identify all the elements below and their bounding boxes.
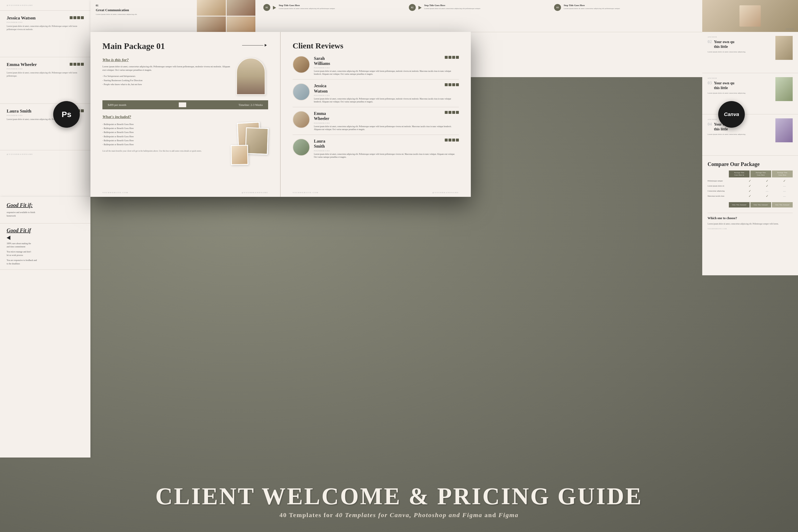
book-left-footer-right: @YOURBRANDNAME xyxy=(242,191,268,194)
review-role-sarah: FOUNDER/CEO xyxy=(314,67,330,69)
step-title-3: Step Title Goes Here xyxy=(564,4,620,7)
which-one-text: Lorem ipsum dolor sit amet, consectetur … xyxy=(707,222,793,225)
pkg-price-2[interactable]: Only This Amount! xyxy=(750,202,771,208)
photo-stack-2 xyxy=(245,127,268,155)
ps-badge: Ps xyxy=(53,101,80,128)
avatar-laura xyxy=(292,138,310,156)
book-right-footer-left: YOURWEBSITE.COM xyxy=(292,191,318,194)
rp-title-03: Your own quthis little xyxy=(714,81,735,91)
review-role-laura: FOUNDER/CEO xyxy=(314,150,330,152)
included-bullets: - Bulletpoint or Benefit Goes Here - Bul… xyxy=(102,122,224,147)
good-fit-text-1: responsive and available to finishhomewo… xyxy=(7,211,84,218)
who-bullets: - For Solopreneurs and Infopreneurs - St… xyxy=(102,74,231,87)
step-circle-2: 02 xyxy=(409,4,416,11)
right-previews-column: ANCHOR ANCHOR 02 Your own quthis little … xyxy=(702,0,798,275)
review-name-jessica: JessicaWatson xyxy=(314,83,330,93)
review-name-sarah: SarahWilliams xyxy=(314,56,330,66)
feat-4: Maecenas iaculis risus xyxy=(707,195,741,197)
rp-title-02: Your own quthis little xyxy=(714,40,735,49)
steps-panel: 01 Step Title Goes Here Lorem ipsum dolo… xyxy=(255,0,702,32)
review-name-laura: LauraSmith xyxy=(314,138,330,149)
canva-badge-text: Canva xyxy=(724,111,739,117)
book-left-page: Main Package 01 Who is this for? Lorem i… xyxy=(91,32,281,197)
profile-text-2: Lorem ipsum dolor sit amet, consectetur … xyxy=(7,71,84,77)
step-text-2: Lorem ipsum dolor sit amet consectetur a… xyxy=(424,7,480,10)
avatar-sarah xyxy=(292,56,310,73)
book-right-footer-right: @YOURBRANDNAME xyxy=(433,191,459,194)
pkg-header-2: Package TitleGoes Here xyxy=(750,171,771,177)
review-name-emma: EmmaWheeler xyxy=(314,111,330,121)
rp-top-image: ANCHOR xyxy=(702,0,798,32)
rp-text-04: Lorem ipsum dolor sit amet consectetur a… xyxy=(707,133,746,136)
profile-name-1: Jessica Watson xyxy=(7,15,36,21)
rp-label-03: ANCHOR xyxy=(707,77,746,79)
check-3-1: ✓ xyxy=(741,189,758,193)
who-text: Lorem ipsum dolor sit amet, consectetur … xyxy=(102,65,231,72)
compare-panel: Compare Our Package Package TitleGoes He… xyxy=(702,156,798,275)
good-fit-title: Good Fit if: xyxy=(7,202,84,208)
rp-item-02: ANCHOR 02 Your own quthis little Lorem i… xyxy=(702,32,798,73)
rp-text-03: Lorem ipsum dolor sit amet consectetur a… xyxy=(707,92,746,95)
footer-brand-left: @YOURBRANDNAME xyxy=(7,153,33,155)
check-2-3: — xyxy=(776,185,793,188)
pkg-header-1: Package TitleGoes Here in xyxy=(729,171,749,177)
rp-image-03 xyxy=(775,77,793,101)
review-sarah: SarahWilliams FOUNDER/CEO Lorem ipsum do… xyxy=(292,56,459,80)
good-fit-text-3: You micro manage and don'tlet us work pr… xyxy=(7,250,84,257)
ps-badge-text: Ps xyxy=(62,110,72,119)
brand-name-footer: @YOURBRANDNAME xyxy=(7,4,33,6)
open-book: Main Package 01 Who is this for? Lorem i… xyxy=(91,32,471,197)
included-title: What's included? xyxy=(102,115,268,119)
subtitle: 40 Templates for 40 Templates for Canva,… xyxy=(0,512,798,519)
photo-stack-3 xyxy=(231,145,248,165)
arched-image xyxy=(236,58,265,95)
check-2-1: ✓ xyxy=(741,184,758,188)
step-title-2: Step Title Goes Here xyxy=(424,4,480,7)
pkg-price-3[interactable]: Only This Amount! xyxy=(772,202,793,208)
client-reviews-title: Client Reviews xyxy=(292,41,459,51)
profile-name-2: Emma Wheeler xyxy=(7,62,37,67)
profile-text-1: Lorem ipsum dolor sit amet, consectetur … xyxy=(7,25,84,31)
step-circle-3: 03 xyxy=(554,4,561,11)
avatar-emma xyxy=(292,111,310,128)
check-3-3: — xyxy=(776,190,793,193)
top-photo-panel: 01 Great Communication Lorem ipsum dolor… xyxy=(91,0,255,32)
pkg-price-1[interactable]: Only This Amount! xyxy=(729,202,749,208)
check-1-3: ✓ xyxy=(776,179,793,183)
good-fit-panel: Good Fit if: responsive and available to… xyxy=(0,197,91,457)
rp-num-02: 02 xyxy=(707,39,712,44)
step-text-3: Lorem ipsum dolor sit amet consectetur a… xyxy=(564,7,620,10)
rp-item-03: ANCHOR 03 Your own quthis little Lorem i… xyxy=(702,73,798,114)
rp-image-02 xyxy=(775,36,793,60)
pkg-header-3: Package TitleGoes Here xyxy=(772,171,793,177)
timeline-label: Timeline: 2-3 Weeks xyxy=(239,103,263,107)
rp-label-02: ANCHOR xyxy=(707,36,746,38)
who-section: Who is this for? Lorem ipsum dolor sit a… xyxy=(102,58,268,95)
profile-card-1: Jessica Watson FOUNDER/CEO Lorem ipsum d… xyxy=(0,11,91,57)
price-bar: $499 per month Timeline: 2-3 Weeks xyxy=(102,100,268,109)
review-laura: LauraSmith FOUNDER/CEO Lorem ipsum dolor… xyxy=(292,138,459,158)
profile-role-1: FOUNDER/CEO xyxy=(7,21,36,23)
profile-name-3: Laura Smith xyxy=(7,109,32,114)
book-right-page: Client Reviews SarahWilliams FOUNDER/CEO xyxy=(281,32,471,197)
price-label: $499 per month xyxy=(108,103,126,107)
review-jessica: JessicaWatson FOUNDER/CEO Lorem ipsum do… xyxy=(292,83,459,107)
step-text-1: Lorem ipsum dolor sit amet consectetur a… xyxy=(279,7,335,10)
book-left-footer-left: YOURWEBSITE.COM xyxy=(102,191,128,194)
review-text-sarah: Lorem ipsum dolor sit amet, consectetur … xyxy=(314,70,459,76)
profile-card-2: Emma Wheeler FOUNDER/CEO Lorem ipsum dol… xyxy=(0,57,91,104)
compare-footer: YOURWEBSITE.COM xyxy=(707,228,793,230)
check-1-1: ✓ xyxy=(741,179,758,183)
check-4-3: — xyxy=(776,195,793,198)
feat-1: Pellentesque semper xyxy=(707,180,741,182)
feat-3: Consectetur adipiscing xyxy=(707,190,741,192)
feat-2: Lorem ipsum dolor sit xyxy=(707,185,741,187)
review-text-emma: Lorem ipsum dolor sit amet, consectetur … xyxy=(314,125,459,131)
review-role-jessica: FOUNDER/CEO xyxy=(314,94,330,97)
review-text-jessica: Lorem ipsum dolor sit amet, consectetur … xyxy=(314,97,459,103)
check-2-2: ✓ xyxy=(759,184,775,188)
review-text-laura: Lorem ipsum dolor sit amet, consectetur … xyxy=(314,153,459,159)
rp-item-04: ANCHOR 04 Your own quthis little Lorem i… xyxy=(702,114,798,156)
good-fit-text-4: You are responsive to feedback andto the… xyxy=(7,259,84,266)
review-role-emma: FOUNDER/CEO xyxy=(314,122,330,124)
